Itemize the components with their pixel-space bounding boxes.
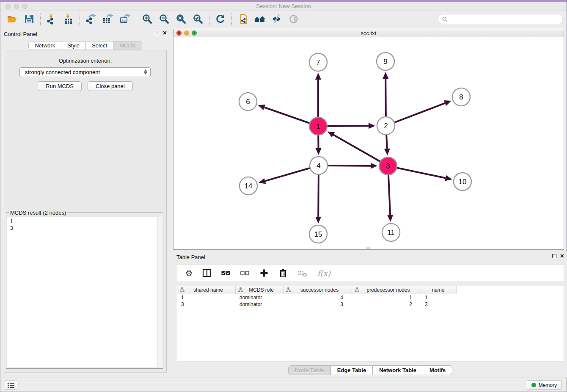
graph-node-label: 11 — [387, 229, 395, 237]
apply-function-button[interactable]: f(x) — [317, 269, 330, 278]
tab-style[interactable]: Style — [61, 41, 86, 50]
tab-network[interactable]: Network — [28, 41, 61, 50]
eye-icon — [288, 14, 299, 25]
table-panel: Table Panel × ⚙ — [173, 252, 567, 377]
node-table: shared name MCDS role successor nodes pr… — [177, 286, 564, 362]
zoom-in-icon — [142, 14, 153, 25]
close-panel-button[interactable]: Close panel — [88, 81, 133, 91]
close-table-panel-icon[interactable]: × — [560, 254, 564, 258]
table-row[interactable]: 1 dominator 4 1 1 — [177, 294, 564, 301]
list-icon — [7, 382, 15, 389]
add-icon — [259, 268, 269, 278]
criterion-value: strongly connected component — [25, 69, 100, 75]
search-input[interactable] — [450, 16, 559, 22]
deselect-all-icon — [240, 268, 250, 278]
tab-edge-table[interactable]: Edge Table — [331, 365, 373, 375]
flow-icon — [286, 287, 291, 293]
save-icon — [24, 14, 35, 25]
node-table-header: shared name MCDS role successor nodes pr… — [177, 286, 564, 294]
network-window: × − + scc.txt 1234678910111415 — [173, 29, 564, 250]
graph-edge[interactable] — [386, 103, 445, 126]
tab-motifs[interactable]: Motifs — [423, 365, 452, 375]
control-panel-tabs: Network Style Select MCDS — [0, 41, 170, 50]
memory-button[interactable]: Memory — [527, 380, 561, 390]
optimization-criterion-label: Optimization criterion: — [4, 58, 166, 64]
result-scrollbar[interactable] — [157, 217, 162, 367]
criterion-select[interactable]: strongly connected component — [19, 67, 151, 77]
column-header-predecessor-nodes[interactable]: predecessor nodes — [352, 286, 421, 294]
close-panel-icon[interactable]: × — [163, 31, 167, 35]
export-network-button[interactable] — [83, 12, 99, 26]
clone-network-icon — [237, 14, 248, 25]
zoom-fit-button[interactable] — [173, 12, 190, 26]
function-icon: f(x) — [317, 269, 330, 278]
graph-node-label: 1 — [316, 122, 320, 130]
trash-icon — [278, 268, 288, 278]
run-mcds-button[interactable]: Run MCDS — [38, 81, 82, 91]
cell-mcds-role: dominator — [236, 301, 284, 308]
graph-node-label: 3 — [386, 162, 390, 170]
cell-mcds-role: dominator — [236, 294, 284, 301]
zoom-in-button[interactable] — [139, 12, 156, 26]
hide-details-button[interactable] — [268, 12, 285, 26]
delete-table-button[interactable] — [297, 268, 308, 278]
graph-edge[interactable] — [333, 135, 388, 166]
network-view-title: scc.txt — [173, 30, 564, 36]
open-session-button[interactable] — [4, 12, 21, 26]
graph-node-label: 7 — [316, 58, 320, 66]
import-network-button[interactable] — [43, 12, 60, 26]
chevron-updown-icon — [144, 69, 147, 75]
add-column-button[interactable] — [259, 268, 269, 278]
network-canvas[interactable]: 1234678910111415 — [173, 37, 564, 249]
task-history-button[interactable] — [5, 380, 17, 390]
float-panel-icon[interactable] — [155, 31, 159, 35]
column-header-successor-nodes[interactable]: successor nodes — [284, 286, 352, 294]
status-bar: Memory — [0, 378, 567, 392]
tab-network-table[interactable]: Network Table — [373, 365, 423, 375]
zoom-selected-button[interactable] — [190, 12, 206, 26]
mcds-result-area[interactable]: 1 3 — [7, 217, 162, 367]
tab-select[interactable]: Select — [86, 41, 113, 50]
control-panel-title: Control Panel — [4, 31, 37, 37]
refresh-button[interactable] — [212, 12, 229, 26]
cell-name: 1 — [421, 294, 457, 301]
select-all-rows-button[interactable] — [221, 268, 231, 278]
tab-mcds[interactable]: MCDS — [113, 41, 142, 50]
import-table-button[interactable] — [60, 12, 77, 26]
memory-label: Memory — [539, 382, 557, 388]
zoom-out-button[interactable] — [156, 12, 173, 26]
network-window-titlebar[interactable]: × − + scc.txt — [173, 29, 564, 37]
cell-shared-name: 3 — [177, 301, 236, 308]
table-row[interactable]: 3 dominator 3 2 3 — [177, 301, 564, 308]
toolbar-separator — [80, 13, 80, 25]
cell-successor-nodes: 3 — [284, 301, 352, 308]
export-image-button[interactable] — [116, 12, 133, 26]
export-image-icon — [119, 14, 130, 25]
table-tabs: Node Table Edge Table Network Table Moti… — [173, 365, 567, 375]
zoom-out-icon — [159, 14, 170, 25]
delete-column-button[interactable] — [278, 268, 288, 278]
export-table-button[interactable] — [99, 12, 116, 26]
clone-network-button[interactable] — [234, 12, 251, 26]
float-table-panel-icon[interactable] — [552, 254, 556, 258]
home-button[interactable] — [251, 12, 268, 26]
column-header-mcds-role[interactable]: MCDS role — [236, 286, 284, 294]
tab-node-table[interactable]: Node Table — [288, 365, 331, 375]
deselect-all-rows-button[interactable] — [240, 268, 250, 278]
zoom-fit-icon — [176, 14, 187, 25]
canvas-resize-handle[interactable] — [366, 247, 370, 249]
main-titlebar: Session: New Session — [0, 2, 567, 11]
column-header-name[interactable]: name — [421, 286, 457, 294]
birds-eye-button[interactable] — [285, 12, 302, 26]
table-settings-button[interactable]: ⚙ — [185, 269, 193, 277]
save-session-button[interactable] — [21, 12, 38, 26]
column-header-shared-name[interactable]: shared name — [177, 286, 236, 294]
show-columns-button[interactable] — [202, 268, 212, 278]
graph-node-label: 15 — [314, 230, 322, 238]
search-icon — [442, 17, 448, 22]
search-field[interactable] — [439, 14, 562, 24]
toolbar-separator — [40, 13, 41, 25]
session-title: Session: New Session — [0, 3, 567, 9]
network-graph: 1234678910111415 — [173, 37, 564, 249]
open-icon — [7, 14, 18, 25]
